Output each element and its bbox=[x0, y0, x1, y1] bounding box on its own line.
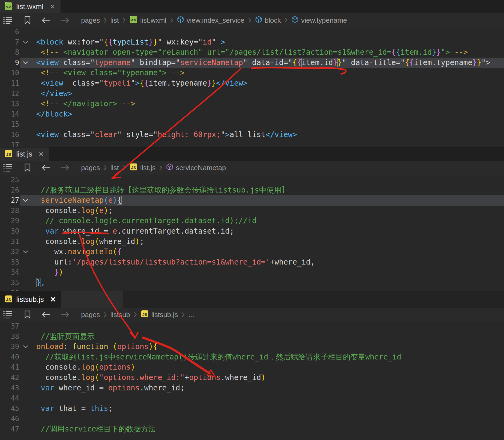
fold-chevron-icon[interactable] bbox=[22, 342, 29, 352]
code-text: console.log("options.where_id:"+options.… bbox=[36, 373, 266, 383]
tab-listsub.js[interactable]: JSlistsub.js✕ bbox=[0, 291, 61, 308]
code-line-37[interactable]: 37 bbox=[0, 321, 504, 331]
tab-list.wxml[interactable]: <>list.wxml✕ bbox=[0, 0, 61, 13]
editor-panel-listsub-js: JSlistsub.js✕pageslistsubJSlistsub.js...… bbox=[0, 291, 504, 440]
fold-chevron-icon[interactable] bbox=[22, 58, 29, 68]
code-text: </block> bbox=[36, 109, 72, 119]
code-line-9[interactable]: 9<view class="typename" bindtap="service… bbox=[0, 58, 504, 68]
code-line-6[interactable]: 6 bbox=[0, 27, 504, 37]
breadcrumb-label: view.index_service bbox=[187, 16, 245, 25]
line-number: 46 bbox=[0, 414, 19, 424]
breadcrumb-item-list[interactable]: list bbox=[110, 16, 119, 25]
code-line-31[interactable]: 31console.log(where_id); bbox=[0, 237, 504, 247]
code-line-45[interactable]: 45var that = this; bbox=[0, 403, 504, 414]
breadcrumb-item-list.js[interactable]: JSlist.js bbox=[129, 163, 156, 173]
code-line-7[interactable]: 7<block wx:for="{{typeList}}" wx:key="id… bbox=[0, 37, 504, 47]
code-line-15[interactable]: 15 bbox=[0, 119, 504, 130]
breadcrumb-item-block[interactable]: block bbox=[255, 16, 281, 25]
code-line-26[interactable]: 26//服务范围二级栏目跳转【这里获取的参数会传递给listsub.js中使用】 bbox=[0, 185, 504, 195]
close-icon[interactable]: ✕ bbox=[47, 3, 55, 11]
code-line-44[interactable]: 44 bbox=[0, 393, 504, 403]
cube-purple-icon bbox=[166, 163, 173, 173]
code-line-17[interactable]: 17 bbox=[0, 140, 504, 147]
breadcrumb-item-pages[interactable]: pages bbox=[81, 16, 100, 25]
code-line-29[interactable]: 29// console.log(e.currentTarget.dataset… bbox=[0, 216, 504, 226]
forward-arrow-icon[interactable] bbox=[60, 164, 69, 171]
breadcrumb-item-pages[interactable]: pages bbox=[81, 164, 100, 172]
bookmark-icon[interactable] bbox=[24, 163, 31, 172]
line-number: 27 bbox=[0, 195, 19, 206]
code-line-35[interactable]: 35}, bbox=[0, 278, 504, 288]
close-icon[interactable]: ✕ bbox=[47, 295, 56, 304]
breadcrumb-item-serviceNametap[interactable]: serviceNametap bbox=[166, 163, 226, 173]
code-line-10[interactable]: 10<!-- <view class="typename"> --> bbox=[0, 68, 504, 78]
line-number: 29 bbox=[0, 216, 19, 226]
code-area: 67<block wx:for="{{typeList}}" wx:key="i… bbox=[0, 27, 504, 147]
code-line-33[interactable]: 33url:'/pages/listsub/listsub?action=s1&… bbox=[0, 257, 504, 267]
code-line-47[interactable]: 47//调用service栏目下的数据方法 bbox=[0, 424, 504, 434]
code-line-16[interactable]: 16<view class="clear" style="height: 60r… bbox=[0, 130, 504, 140]
outline-list-icon[interactable] bbox=[3, 164, 12, 172]
breadcrumb-item-listsub.js[interactable]: JSlistsub.js bbox=[141, 310, 178, 320]
back-arrow-icon[interactable] bbox=[42, 164, 51, 171]
tab-list.js[interactable]: JSlist.js✕ bbox=[0, 147, 49, 161]
bookmark-icon[interactable] bbox=[24, 16, 31, 25]
breadcrumb-label: list.wxml bbox=[140, 16, 166, 25]
code-line-27[interactable]: 27serviceNametap(e){ bbox=[0, 195, 504, 206]
svg-text:<>: <> bbox=[6, 4, 11, 9]
code-line-8[interactable]: 8<!-- <navigator open-type="reLaunch" ur… bbox=[0, 47, 504, 58]
code-line-13[interactable]: 13<!-- </navigator> --> bbox=[0, 99, 504, 109]
fold-chevron-icon[interactable] bbox=[22, 37, 29, 47]
cube-blue-icon bbox=[291, 16, 299, 25]
code-text: }, bbox=[36, 278, 45, 288]
bookmark-icon[interactable] bbox=[24, 310, 31, 319]
code-line-39[interactable]: 39onLoad: function (options){ bbox=[0, 342, 504, 352]
code-line-30[interactable]: 30var where_id = e.currentTarget.dataset… bbox=[0, 226, 504, 237]
code-line-40[interactable]: 40//获取到list.js中serviceNametap()传递过来的值whe… bbox=[0, 352, 504, 362]
line-number: 7 bbox=[0, 37, 19, 47]
outline-list-icon[interactable] bbox=[3, 16, 12, 24]
breadcrumb-label: pages bbox=[81, 16, 100, 25]
outline-list-icon[interactable] bbox=[3, 311, 12, 319]
fold-chevron-icon[interactable] bbox=[22, 247, 29, 257]
forward-arrow-icon[interactable] bbox=[60, 17, 69, 24]
code-editor-window: <>list.wxml✕pageslist<>list.wxmlview.ind… bbox=[0, 0, 504, 440]
code-line-46[interactable]: 46 bbox=[0, 414, 504, 424]
code-line-42[interactable]: 42console.log("options.where_id:"+option… bbox=[0, 373, 504, 383]
back-arrow-icon[interactable] bbox=[42, 17, 51, 24]
fold-chevron-icon[interactable] bbox=[22, 195, 29, 206]
line-number: 45 bbox=[0, 403, 19, 414]
line-number: 31 bbox=[0, 237, 19, 247]
breadcrumb-label: ... bbox=[188, 311, 194, 319]
code-line-32[interactable]: 32wx.navigateTo({ bbox=[0, 247, 504, 257]
breadcrumb-item-view.index_service[interactable]: view.index_service bbox=[177, 16, 245, 25]
code-line-11[interactable]: 11<view class="typeli">{{item.typename}}… bbox=[0, 78, 504, 89]
svg-text:JS: JS bbox=[142, 312, 147, 317]
code-line-41[interactable]: 41console.log(options) bbox=[0, 362, 504, 373]
breadcrumb-bar: pageslistsubJSlistsub.js... bbox=[0, 308, 504, 322]
breadcrumb-item-listsub[interactable]: listsub bbox=[110, 311, 130, 319]
breadcrumb-label: list bbox=[110, 164, 119, 172]
code-line-25[interactable]: 25 bbox=[0, 175, 504, 185]
breadcrumb-label: list.js bbox=[140, 164, 156, 172]
code-text: }) bbox=[36, 267, 63, 278]
breadcrumb-item-list[interactable]: list bbox=[110, 164, 119, 172]
code-line-12[interactable]: 12</view> bbox=[0, 89, 504, 99]
breadcrumb-item-...[interactable]: ... bbox=[188, 311, 194, 319]
code-line-14[interactable]: 14</block> bbox=[0, 109, 504, 119]
chevron-right-icon bbox=[122, 164, 126, 171]
code-area: 2526//服务范围二级栏目跳转【这里获取的参数会传递给listsub.js中使… bbox=[0, 175, 504, 291]
close-icon[interactable]: ✕ bbox=[36, 150, 44, 158]
breadcrumb-item-list.wxml[interactable]: <>list.wxml bbox=[129, 15, 166, 26]
code-line-34[interactable]: 34}) bbox=[0, 267, 504, 278]
breadcrumb-item-view.typename[interactable]: view.typename bbox=[291, 16, 347, 25]
code-line-43[interactable]: 43var where_id = options.where_id; bbox=[0, 383, 504, 393]
editor-panel-list-wxml: <>list.wxml✕pageslist<>list.wxmlview.ind… bbox=[0, 0, 504, 147]
code-line-28[interactable]: 28console.log(e); bbox=[0, 206, 504, 216]
chevron-right-icon bbox=[181, 311, 185, 318]
forward-arrow-icon[interactable] bbox=[60, 311, 69, 318]
line-number: 37 bbox=[0, 321, 19, 331]
back-arrow-icon[interactable] bbox=[42, 311, 51, 318]
code-line-38[interactable]: 38//监听页面显示 bbox=[0, 331, 504, 342]
breadcrumb-item-pages[interactable]: pages bbox=[81, 311, 100, 319]
